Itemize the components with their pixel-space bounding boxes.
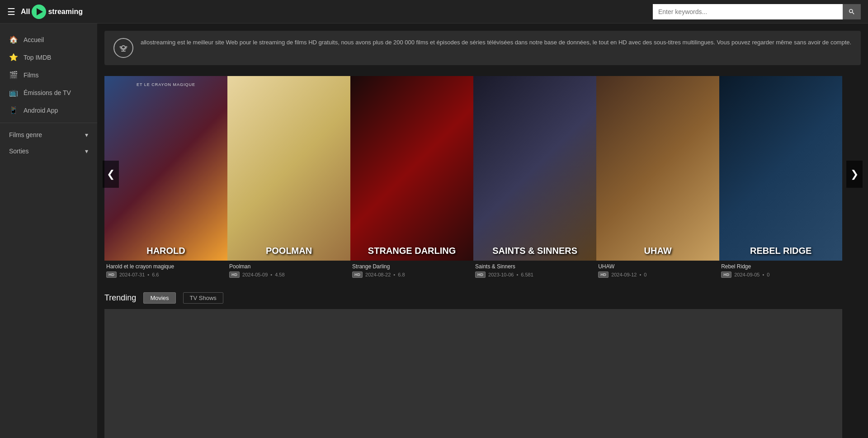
dot-separator: • — [393, 272, 395, 277]
trending-row — [104, 309, 861, 438]
hd-badge: HD — [229, 271, 240, 278]
logo-icon — [32, 5, 46, 19]
logo[interactable]: AII streaming — [21, 5, 83, 19]
search-button[interactable] — [843, 4, 861, 19]
movie-rating: 4.58 — [275, 272, 284, 277]
sidebar-label-emissions-tv: Émissions de TV — [24, 89, 71, 96]
movie-info: Poolman HD 2024-05-09 • 4.58 — [227, 261, 350, 278]
movie-row: ET LE CRAYON MAGIQUE HAROLD Harold et le… — [104, 76, 861, 278]
movie-title: Rebel Ridge — [721, 263, 840, 270]
movie-title: Strange Darling — [352, 263, 472, 270]
trending-card-t2[interactable] — [227, 309, 350, 438]
hd-badge: HD — [106, 271, 117, 278]
poster-label: SAINTS & SINNERS — [473, 246, 596, 256]
podcast-icon — [113, 38, 133, 58]
hd-badge: HD — [475, 271, 486, 278]
film-icon: 🎬 — [9, 71, 18, 79]
poster-label: REBEL RIDGE — [719, 246, 842, 256]
movie-rating: 6.6 — [152, 272, 159, 277]
movie-card-strange-darling[interactable]: STRANGE DARLING Strange Darling HD 2024-… — [350, 76, 473, 278]
movie-poster: STRANGE DARLING — [350, 76, 473, 261]
movie-card-harold[interactable]: ET LE CRAYON MAGIQUE HAROLD Harold et le… — [104, 76, 227, 278]
movie-title: Poolman — [229, 263, 349, 270]
poster-label: HAROLD — [104, 246, 227, 256]
trending-poster — [227, 309, 350, 438]
sidebar-item-accueil[interactable]: 🏠 Accueil — [0, 31, 97, 48]
movie-meta: HD 2024-08-22 • 6.8 — [352, 271, 472, 278]
movie-date: 2024-08-22 — [365, 272, 391, 277]
movie-rating: 0 — [644, 272, 646, 277]
header-left: ☰ AII streaming — [7, 5, 83, 19]
movie-info: UHAW HD 2024-09-12 • 0 — [596, 261, 719, 278]
movie-card-uhaw[interactable]: UHAW UHAW HD 2024-09-12 • 0 — [596, 76, 719, 278]
sidebar-item-top-imdb[interactable]: ⭐ Top IMDB — [0, 48, 97, 66]
trending-poster — [596, 309, 719, 438]
trending-poster — [104, 309, 227, 438]
sidebar-label-top-imdb: Top IMDB — [24, 54, 51, 61]
trending-card-t3[interactable] — [350, 309, 473, 438]
movie-date: 2024-09-12 — [611, 272, 637, 277]
movie-card-saints-sinners[interactable]: SAINTS & SINNERS Saints & Sinners HD 202… — [473, 76, 596, 278]
movie-rating: 0 — [767, 272, 769, 277]
star-icon: ⭐ — [9, 53, 18, 62]
prev-button[interactable]: ❮ — [103, 161, 119, 188]
search-input[interactable] — [653, 4, 843, 19]
movie-card-rebel-ridge[interactable]: REBEL RIDGE Rebel Ridge HD 2024-09-05 • … — [719, 76, 842, 278]
movie-poster: ET LE CRAYON MAGIQUE HAROLD — [104, 76, 227, 261]
sidebar-section-sorties-label: Sorties — [9, 148, 29, 155]
sidebar-divider-1 — [0, 123, 97, 123]
movie-poster: UHAW — [596, 76, 719, 261]
movie-title: Harold et le crayon magique — [106, 263, 226, 270]
movie-info: Harold et le crayon magique HD 2024-07-3… — [104, 261, 227, 278]
movie-date: 2024-07-31 — [119, 272, 145, 277]
movie-title: UHAW — [598, 263, 717, 270]
sidebar: 🏠 Accueil ⭐ Top IMDB 🎬 Films 📺 Émissions… — [0, 24, 97, 438]
movie-rating: 6.8 — [398, 272, 405, 277]
hd-badge: HD — [721, 271, 731, 278]
tab-movies[interactable]: Movies — [143, 292, 175, 304]
chevron-down-icon: ▾ — [85, 131, 88, 138]
sidebar-item-android-app[interactable]: 📱 Android App — [0, 101, 97, 119]
sidebar-section-films-genre[interactable]: Films genre ▾ — [0, 127, 97, 143]
chevron-down-icon-2: ▾ — [85, 148, 88, 155]
main-content: allostreaming est le meilleur site Web p… — [97, 24, 868, 438]
hamburger-menu[interactable]: ☰ — [7, 6, 15, 17]
sidebar-item-films[interactable]: 🎬 Films — [0, 66, 97, 84]
next-button[interactable]: ❯ — [846, 161, 863, 188]
trending-poster — [719, 309, 842, 438]
movie-info: Saints & Sinners HD 2023-10-06 • 6.581 — [473, 261, 596, 278]
sidebar-label-android-app: Android App — [24, 107, 58, 114]
movie-info: Rebel Ridge HD 2024-09-05 • 0 — [719, 261, 842, 278]
trending-card-t1[interactable] — [104, 309, 227, 438]
dot-separator: • — [270, 272, 272, 277]
movie-card-poolman[interactable]: POOLMAN Poolman HD 2024-05-09 • 4.58 — [227, 76, 350, 278]
poster-label: POOLMAN — [227, 246, 350, 256]
movie-poster: POOLMAN — [227, 76, 350, 261]
dot-separator: • — [147, 272, 149, 277]
tab-tv-shows[interactable]: TV Shows — [183, 292, 223, 304]
logo-text-post: streaming — [48, 8, 82, 16]
home-icon: 🏠 — [9, 35, 18, 44]
sidebar-section-films-genre-label: Films genre — [9, 131, 42, 138]
movie-meta: HD 2023-10-06 • 6.581 — [475, 271, 594, 278]
sidebar-item-emissions-tv[interactable]: 📺 Émissions de TV — [0, 84, 97, 101]
tv-icon: 📺 — [9, 88, 18, 97]
trending-card-t5[interactable] — [596, 309, 719, 438]
trending-card-t6[interactable] — [719, 309, 842, 438]
logo-text-pre: AII — [21, 8, 30, 16]
movie-info: Strange Darling HD 2024-08-22 • 6.8 — [350, 261, 473, 278]
dot-separator: • — [639, 272, 641, 277]
sidebar-section-sorties[interactable]: Sorties ▾ — [0, 143, 97, 159]
movie-date: 2024-05-09 — [242, 272, 268, 277]
dot-separator: • — [762, 272, 764, 277]
trending-header: Trending Movies TV Shows — [104, 292, 861, 304]
movie-meta: HD 2024-05-09 • 4.58 — [229, 271, 349, 278]
movie-row-container: ❮ ET LE CRAYON MAGIQUE HAROLD Harold et … — [104, 76, 861, 278]
trending-card-t4[interactable] — [473, 309, 596, 438]
podcast-svg — [118, 43, 129, 53]
poster-label: STRANGE DARLING — [350, 246, 473, 256]
trending-section: Trending Movies TV Shows — [104, 292, 861, 438]
movie-meta: HD 2024-09-12 • 0 — [598, 271, 717, 278]
movie-poster: REBEL RIDGE — [719, 76, 842, 261]
movie-date: 2024-09-05 — [734, 272, 760, 277]
